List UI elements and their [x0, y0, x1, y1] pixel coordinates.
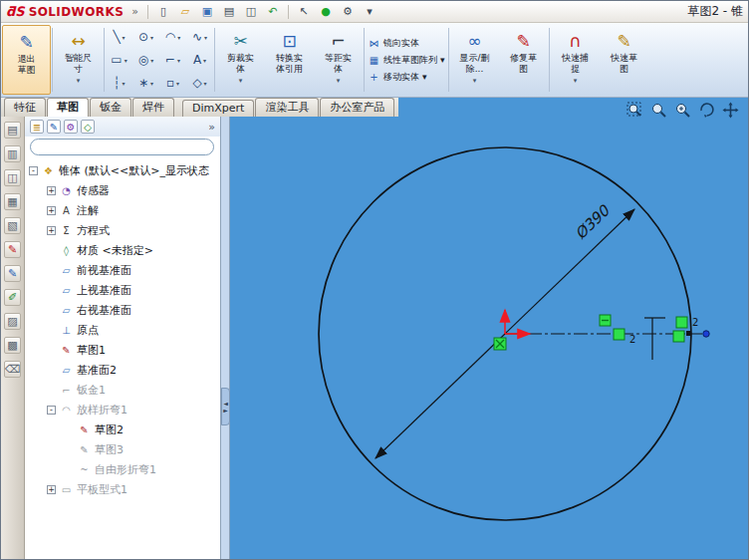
- tree-item-top-plane[interactable]: ▱ 上视基准面: [25, 280, 220, 300]
- dropdown-caret-icon[interactable]: ▾: [150, 34, 153, 41]
- linear-sketch-pattern-button[interactable]: ▦ 线性草图阵列 ▾: [368, 54, 447, 67]
- convert-entities-button[interactable]: ⊡ 转换实 体引用: [265, 25, 314, 95]
- centerline-tool-icon[interactable]: ┆▾: [106, 72, 132, 95]
- tree-item-sketch1[interactable]: ✎ 草图1: [25, 340, 220, 360]
- rapid-sketch-button[interactable]: ✎ 快速草 图: [600, 25, 648, 95]
- dropdown-caret-icon[interactable]: ▾: [574, 76, 578, 87]
- tab-features[interactable]: 特征: [4, 98, 46, 117]
- tree-item-sketch3[interactable]: ✎ 草图3: [25, 439, 220, 459]
- header-overflow-chevron-icon[interactable]: »: [208, 121, 215, 134]
- tree-item-sheet-metal1[interactable]: ⌐ 钣金1: [25, 380, 220, 400]
- sketch-fillet-tool-icon[interactable]: ⌐▾: [159, 49, 186, 72]
- tree-item-plane2[interactable]: ▱ 基准面2: [25, 360, 220, 380]
- zoom-area-icon[interactable]: [650, 102, 667, 119]
- diameter-dimension-label[interactable]: Ø390: [572, 201, 615, 243]
- display-manager-tab-icon[interactable]: ◇: [81, 120, 95, 134]
- construction-geometry-icon[interactable]: ▫▾: [159, 72, 186, 95]
- dropdown-caret-icon[interactable]: ▾: [337, 76, 341, 87]
- property-manager-tab-icon[interactable]: ✎: [47, 120, 61, 134]
- repair-sketch-button[interactable]: ✎ 修复草 图: [499, 25, 548, 95]
- pencil-blue-icon[interactable]: ✎: [4, 265, 21, 282]
- new-document-icon[interactable]: ▯: [154, 3, 172, 21]
- configuration-manager-tab-icon[interactable]: ⚙: [64, 120, 78, 134]
- options-icon[interactable]: ⚙: [339, 3, 357, 21]
- spline-tool-icon[interactable]: ∿▾: [186, 26, 213, 49]
- book-icon[interactable]: ▩: [4, 337, 21, 354]
- tab-render-tools[interactable]: 渲染工具: [255, 98, 319, 117]
- tree-item-annotations[interactable]: + A 注解: [25, 200, 220, 220]
- dropdown-caret-icon[interactable]: ▾: [150, 57, 153, 64]
- tree-item-right-plane[interactable]: ▱ 右视基准面: [25, 300, 220, 320]
- dropdown-caret-icon[interactable]: ▾: [176, 80, 179, 87]
- tree-item-origin[interactable]: ⊥ 原点: [25, 320, 220, 340]
- tab-sheet-metal[interactable]: 钣金: [90, 98, 131, 117]
- expand-toggle-icon[interactable]: -: [29, 166, 38, 175]
- eraser-icon[interactable]: ⌫: [4, 361, 21, 378]
- pan-view-icon[interactable]: [722, 102, 739, 119]
- menu-chevron-icon[interactable]: »: [131, 5, 138, 18]
- open-folder-icon[interactable]: ▱: [176, 3, 194, 21]
- display-delete-relations-button[interactable]: ∞ 显示/删 除... ▾: [450, 25, 499, 95]
- quick-snaps-button[interactable]: ∩ 快速捕 捉 ▾: [551, 25, 600, 95]
- tree-item-material[interactable]: ◊ 材质 <未指定>: [25, 240, 220, 260]
- tree-item-part[interactable]: - ❖ 锥体 (默认<<默认>_显示状态: [25, 160, 220, 180]
- note-palette-icon[interactable]: ▧: [4, 217, 21, 234]
- clipboard-icon[interactable]: ▨: [4, 313, 21, 330]
- arc-tool-icon[interactable]: ◠▾: [159, 26, 186, 49]
- pencil-red-icon[interactable]: ✎: [4, 241, 21, 258]
- expand-toggle-icon[interactable]: -: [47, 406, 56, 415]
- dropdown-caret-icon[interactable]: ▾: [440, 55, 445, 65]
- relation-badge-right-bottom[interactable]: [673, 331, 684, 342]
- tab-office-products[interactable]: 办公室产品: [320, 98, 394, 117]
- tree-item-flat-pattern1[interactable]: + ▭ 平板型式1: [25, 479, 220, 499]
- sketch-palette-icon[interactable]: ▥: [4, 145, 21, 162]
- dropdown-caret-icon[interactable]: ▾: [177, 34, 180, 41]
- dropdown-caret-icon[interactable]: ▾: [239, 76, 243, 87]
- dropdown-caret-icon[interactable]: ▾: [473, 76, 477, 87]
- snap-tool-icon[interactable]: ◇▾: [186, 72, 213, 95]
- undo-icon[interactable]: ↶: [264, 3, 282, 21]
- save-icon[interactable]: ▣: [198, 3, 216, 21]
- dropdown-caret-icon[interactable]: ▾: [204, 34, 207, 41]
- rotate-view-icon[interactable]: [698, 102, 715, 119]
- dropdown-caret-icon[interactable]: ▾: [123, 34, 125, 41]
- tree-item-sensors[interactable]: + ◔ 传感器: [25, 180, 220, 200]
- tab-sketch[interactable]: 草图: [47, 98, 89, 117]
- tree-item-equations[interactable]: + Σ 方程式: [25, 220, 220, 240]
- tree-item-sketch2[interactable]: ✎ 草图2: [25, 420, 220, 439]
- center-point-marker[interactable]: [494, 338, 506, 350]
- tab-weldments[interactable]: 焊件: [132, 98, 174, 117]
- dropdown-caret-icon[interactable]: ▾: [125, 57, 127, 64]
- tree-filter-combobox[interactable]: [30, 139, 214, 155]
- dropdown-caret-icon[interactable]: ▾: [422, 72, 427, 82]
- coincident-relation-badge[interactable]: [614, 329, 624, 340]
- ellipse-tool-icon[interactable]: ◎▾: [132, 49, 159, 72]
- cube-palette-icon[interactable]: ▦: [4, 193, 21, 210]
- mirror-entities-button[interactable]: ⋈ 镜向实体: [368, 37, 447, 50]
- circle-tool-icon[interactable]: ⊙▾: [132, 26, 159, 49]
- feature-palette-icon[interactable]: ▤: [4, 122, 21, 139]
- text-tool-icon[interactable]: A▾: [186, 49, 213, 72]
- print-icon[interactable]: ▤: [220, 3, 238, 21]
- dropdown-caret-icon[interactable]: ▾: [77, 76, 81, 87]
- relation-badge-right-top[interactable]: [676, 317, 687, 328]
- marker-green-icon[interactable]: ✐: [4, 289, 21, 306]
- move-entities-button[interactable]: + 移动实体 ▾: [368, 71, 447, 84]
- point-tool-icon[interactable]: ∗▾: [132, 72, 159, 95]
- zoom-in-out-icon[interactable]: [674, 102, 691, 119]
- dropdown-caret-icon[interactable]: ▾: [204, 80, 207, 87]
- sketch-canvas[interactable]: Ø390: [230, 117, 749, 560]
- splitter-handle[interactable]: ◄ ►: [221, 388, 230, 425]
- exit-sketch-button[interactable]: ✎ 退出 草图: [2, 25, 51, 95]
- tree-item-freeform-bend1[interactable]: ~ 自由形折弯1: [25, 459, 220, 479]
- select-arrow-icon[interactable]: ↖: [295, 3, 313, 21]
- zoom-fit-icon[interactable]: [626, 102, 643, 119]
- dropdown-caret-icon[interactable]: ▾: [203, 57, 206, 64]
- horizontal-relation-badge[interactable]: [600, 315, 611, 326]
- toolbar-dropdown-icon[interactable]: ▾: [361, 3, 378, 21]
- offset-entities-button[interactable]: ⌐ 等距实 体 ▾: [314, 25, 363, 95]
- rebuild-icon[interactable]: ●: [317, 3, 335, 21]
- tab-dimxpert[interactable]: DimXpert: [182, 100, 254, 117]
- tree-item-lofted-bend1[interactable]: - ◠ 放样折弯1: [25, 400, 220, 420]
- trim-entities-button[interactable]: ✂ 剪裁实 体 ▾: [216, 25, 265, 95]
